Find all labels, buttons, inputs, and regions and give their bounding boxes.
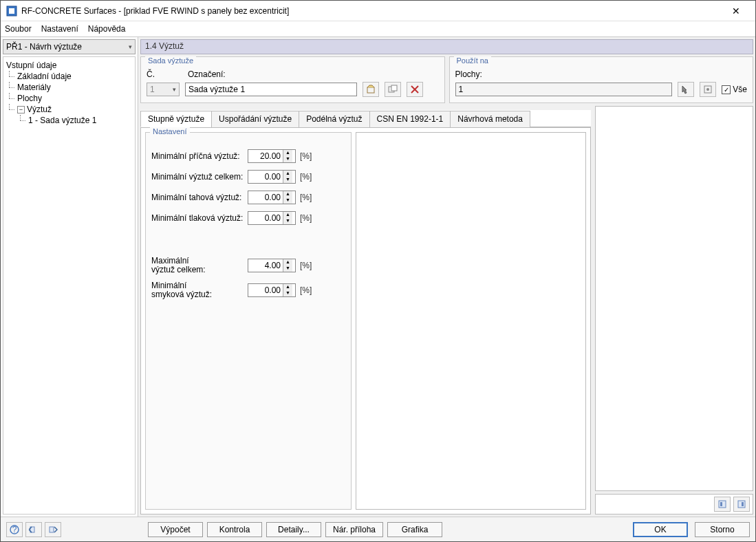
lbl-min-transverse: Minimální příčná výztuž: [151, 152, 248, 161]
designation-label: Označení: [188, 69, 226, 79]
spin-down-icon[interactable]: ▼ [283, 290, 292, 296]
tab-method[interactable]: Návrhová metoda [450, 111, 530, 127]
spin-min-shear[interactable]: ▲▼ [248, 283, 296, 297]
lbl-min-shear: Minimální smyková výztuž: [151, 281, 248, 299]
app-icon [6, 6, 17, 17]
tree-item-materials[interactable]: Materiály [5, 82, 133, 93]
tab-arrangement[interactable]: Uspořádání výztuže [211, 111, 299, 127]
spin-down-icon[interactable]: ▼ [283, 265, 292, 272]
tree-item-surfaces[interactable]: Plochy [5, 93, 133, 104]
footer: ? Výpočet Kontrola Detaily... Nár. přílo… [1, 517, 755, 541]
svg-point-8 [706, 88, 709, 91]
spin-up-icon[interactable]: ▲ [283, 212, 292, 218]
spin-min-transverse[interactable]: ▲▼ [248, 149, 296, 163]
group-apply-to: Použít na Plochy: ✓ [449, 56, 754, 103]
spin-down-icon[interactable]: ▼ [283, 177, 292, 183]
val-min-transverse[interactable] [248, 151, 283, 162]
cancel-button[interactable]: Storno [695, 522, 750, 537]
delete-set-button[interactable] [407, 82, 423, 97]
prev-button[interactable] [25, 522, 42, 537]
menu-file[interactable]: Soubor [5, 24, 32, 34]
tab-panel: Nastavení Minimální příčná výztuž: ▲▼ [%… [140, 127, 591, 514]
spin-up-icon[interactable]: ▲ [283, 259, 292, 265]
menu-help[interactable]: Nápověda [88, 24, 126, 34]
content: Sada výztuže Č. Označení: 1 ▾ [140, 56, 753, 514]
svg-rect-2 [367, 87, 374, 93]
calc-button[interactable]: Výpočet [148, 522, 203, 537]
close-button[interactable]: ✕ [722, 6, 750, 17]
number-combo[interactable]: 1 ▾ [147, 83, 180, 96]
help-button[interactable]: ? [6, 522, 23, 537]
national-annex-button[interactable]: Nár. příloha [325, 522, 383, 537]
lbl-min-tension: Minimální tahová výztuž: [151, 193, 248, 202]
row-max-total: Maximální výztuž celkem: ▲▼ [%] [151, 257, 345, 274]
all-surfaces-checkbox[interactable]: ✓ Vše [722, 85, 747, 94]
menu-settings[interactable]: Nastavení [41, 24, 78, 34]
tree-item-basic[interactable]: Základní údaje [5, 71, 133, 82]
tree-root[interactable]: Vstupní údaje [5, 60, 133, 71]
next-button[interactable] [45, 522, 61, 537]
select-surface-button[interactable] [700, 82, 716, 97]
spin-max-total[interactable]: ▲▼ [248, 259, 296, 272]
val-min-shear[interactable] [248, 285, 283, 296]
spin-up-icon[interactable]: ▲ [283, 191, 292, 197]
case-selector[interactable]: PŘ1 - Návrh výztuže ▾ [3, 39, 136, 54]
surfaces-input[interactable] [455, 83, 673, 96]
spin-min-tension[interactable]: ▲▼ [248, 191, 296, 204]
designation-input[interactable] [185, 83, 357, 96]
row-min-compression: Minimální tlaková výztuž: ▲▼ [%] [151, 211, 345, 225]
titlebar: RF-CONCRETE Surfaces - [priklad FVE RWIN… [1, 1, 755, 21]
val-min-compression[interactable] [248, 213, 283, 224]
check-button[interactable]: Kontrola [207, 522, 262, 537]
spin-up-icon[interactable]: ▲ [283, 150, 292, 156]
info-toolbar [595, 494, 753, 514]
info-button-2[interactable] [733, 497, 750, 512]
svg-rect-12 [742, 502, 744, 506]
val-max-total[interactable] [248, 260, 283, 271]
spin-down-icon[interactable]: ▼ [283, 218, 292, 224]
tab-longitudinal[interactable]: Podélná výztuž [299, 111, 369, 127]
body: PŘ1 - Návrh výztuže ▾ Vstupní údaje Zákl… [1, 36, 755, 517]
ok-button[interactable]: OK [633, 522, 688, 537]
new-set-button[interactable] [363, 82, 379, 97]
right-column [595, 106, 753, 514]
titlebar-text: RF-CONCRETE Surfaces - [priklad FVE RWIN… [21, 6, 722, 16]
copy-set-button[interactable] [385, 82, 401, 97]
section-header: 1.4 Výztuž [140, 39, 753, 54]
spin-down-icon[interactable]: ▼ [283, 197, 292, 204]
group-reinforcement-set-title: Sada výztuže [145, 56, 196, 65]
spin-up-icon[interactable]: ▲ [283, 171, 292, 177]
val-min-tension[interactable] [248, 192, 283, 203]
info-button-1[interactable] [714, 497, 731, 512]
spin-min-compression[interactable]: ▲▼ [248, 211, 296, 225]
checkbox-checked-icon: ✓ [722, 85, 731, 94]
val-min-total[interactable] [248, 171, 283, 182]
footer-right: OK Storno [633, 522, 750, 537]
unit-min-total: [%] [300, 172, 312, 182]
footer-buttons: Výpočet Kontrola Detaily... Nár. příloha… [148, 522, 442, 537]
spin-down-icon[interactable]: ▼ [283, 156, 292, 162]
nav-tree: Vstupní údaje Základní údaje Materiály P… [3, 56, 136, 514]
info-panel [595, 106, 753, 491]
settings-column: Nastavení Minimální příčná výztuž: ▲▼ [%… [145, 132, 352, 510]
tab-degrees[interactable]: Stupně výztuže [140, 111, 212, 127]
spin-min-total[interactable]: ▲▼ [248, 170, 296, 184]
spin-up-icon[interactable]: ▲ [283, 284, 292, 290]
tree-subitem-set1[interactable]: 1 - Sada výztuže 1 [5, 115, 133, 126]
pick-surface-button[interactable] [678, 82, 694, 97]
settings-group: Nastavení Minimální příčná výztuž: ▲▼ [%… [145, 132, 352, 510]
main: 1.4 Výztuž Sada výztuže Č. Označení: 1 [138, 37, 755, 517]
group-apply-to-title: Použít na [454, 56, 491, 65]
unit-min-shear: [%] [300, 285, 312, 295]
svg-rect-16 [50, 527, 54, 532]
lbl-max-total: Maximální výztuž celkem: [151, 257, 248, 274]
row-min-total: Minimální výztuž celkem: ▲▼ [%] [151, 170, 345, 184]
graphics-button[interactable]: Grafika [387, 522, 442, 537]
unit-min-tension: [%] [300, 193, 312, 202]
tree-collapse-icon[interactable]: − [17, 106, 25, 113]
details-button[interactable]: Detaily... [266, 522, 321, 537]
tabs: Stupně výztuže Uspořádání výztuže Podéln… [140, 110, 591, 127]
tab-csn[interactable]: CSN EN 1992-1-1 [369, 111, 451, 127]
tree-group-reinforcement[interactable]: −Výztuž [5, 104, 133, 115]
lbl-min-compression: Minimální tlaková výztuž: [151, 214, 248, 223]
